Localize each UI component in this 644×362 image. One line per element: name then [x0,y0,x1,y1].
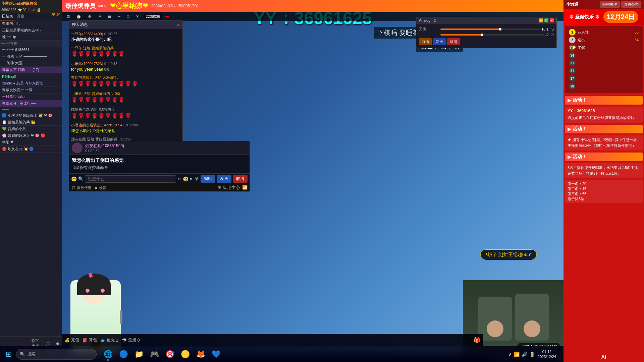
windows-logo-icon: ⊞ [6,350,12,359]
ctrl-menu[interactable]: ☰ [106,14,113,19]
sub-panel-search-icon[interactable]: 🔍 [78,176,84,181]
ctrl-home[interactable]: 🏠 [74,14,83,19]
prize-item-3: 第三名：66 [568,191,640,196]
ai-label: Ai [601,355,606,361]
list-item-highlighted[interactable]: 弹幕发言 好听……(17) [0,67,62,73]
sub-panel-toolbar: 🎵 播放伴奏 ⏺ 录音 ⊞ 应用中心 📶 [69,184,250,191]
ctrl-close[interactable]: ✕ [134,14,141,19]
sub-send-btn[interactable]: 发送 [217,175,231,183]
chat-close-btn[interactable]: × [177,22,180,27]
sub-panel-username: 烛灰在此(108751599) [85,143,124,149]
sys-tray-icons: ∧ 📶 🔊 🔋 [508,352,535,357]
taskbar-app8[interactable]: 💙 [209,347,223,362]
game-btn-3[interactable]: 取消 [447,38,460,45]
leaderboard: 1 花束堆 63 2 送出 34 了解 了解 34 3 [566,27,641,92]
charge-btn[interactable]: 💰 充值 [65,337,79,343]
taskbar-app6[interactable]: 🟡 [178,347,193,362]
tab-active[interactable]: 开启 [15,13,26,20]
bag-btn[interactable]: 🎒 背包 [83,337,97,343]
taskbar-search[interactable]: 🔍 搜索 [16,349,97,360]
sub-cancel-btn[interactable]: 取消 [233,175,248,183]
banner-prefix: 最佳饲养员 [65,2,96,10]
leaderboard-item-7: 37 [569,75,639,82]
sidebar-squad3[interactable]: 💚 曹姐的小兵 [0,126,62,132]
sub-edit-btn[interactable]: 编辑 [201,175,215,183]
list-item[interactable]: 一只羊♡ tulip [0,94,62,100]
show-desktop-btn[interactable] [559,348,561,360]
activity-notif-text: 请提前麦后在拥有粉丝牌直播间排放奖励。 [568,115,640,121]
rank-31-badge: 31 [569,60,576,66]
ctrl-maximize[interactable]: □ [125,14,131,19]
taskbar-edge-icon[interactable]: 🌐 [101,347,115,362]
battery-icon[interactable]: 🔋 [529,352,535,357]
main-container: 小琳达Linda的麻将馆 36961625 ⭐ 20 ♡ ⇗ 🔒 已结束 开启 … [0,0,644,362]
start-button[interactable]: ⊞ [3,348,15,360]
game-label: 刀魔: [419,26,439,32]
ctrl-settings[interactable]: ⚙ [86,14,93,19]
lock-icon: 🔒 [37,8,41,12]
list-item[interactable]: 一 游戏 大区 ───────── [0,53,62,60]
taskbar-app5[interactable]: 🎯 [162,347,177,362]
sub-emoji2-icon[interactable]: 😃▼ [183,176,193,182]
webcam-person-1 [478,297,512,341]
prize-item-1: 第一名：20 [568,181,640,186]
list-item[interactable]: 一 闲聊 大区 ───────── [0,60,62,67]
hunger-banner[interactable]: ε饿了么搜"王纪超666" [480,249,537,260]
sub-toolbar-right: ⊞ 应用中心 📶 [218,185,248,191]
sidebar-squad6[interactable]: 🔴 烛灰在此 💥 🔵 [0,146,62,153]
game-slider-2[interactable] [440,34,544,36]
ctrl-share[interactable]: ↗ [96,14,103,19]
game-btn-2[interactable]: 发送 [433,38,446,45]
live-btn[interactable]: 直播公告 [621,1,641,8]
chat-msg-gift3: 小琳达 送给 曹姐最脸的兵 0票 🌹🌹🌹🌹🌹🌹🌹🌹 [71,91,180,104]
sub-record-icon[interactable]: ⏺ 录音 [94,185,106,190]
ctrl-live-badge[interactable] [165,16,169,17]
sub-grid-icon[interactable]: ⊞ 应用中心 [218,185,240,191]
heart-icon: ♡ [28,8,31,12]
list-item[interactable]: ─── [0,107,62,112]
sub-return-icon[interactable]: ↩ [177,176,181,182]
sidebar-squad4[interactable]: 🌸 曹姐的超级兵 ❤ 🎯 🔴 [0,132,62,139]
network-icon[interactable]: 📶 [514,352,520,357]
list-item[interactable]: xande ● 总是 有好东西吃 [0,80,62,87]
sidebar-squad1[interactable]: 🟦 小琳达的超级战士 👑 ❤ 🎯 [0,112,62,119]
list-item[interactable]: 王招宝是手哈的怎么样~ [0,27,62,34]
ctrl-fullscreen[interactable]: ⊡ [65,14,72,19]
sub-signal-icon[interactable]: 📶 [242,185,248,191]
slider-fill-2 [440,34,482,36]
taskbar-app7[interactable]: 🦊 [193,347,208,362]
list-item[interactable]: 弹幕发没说一 一缘 [0,87,62,94]
list-item[interactable]: 一 豆子 6188651 [0,47,62,53]
rank-1-badge: 1 [569,29,576,36]
sidebar-squad5[interactable]: 朝闹 ❤ [0,139,62,146]
sub-panel-input[interactable] [85,175,176,183]
tab-ended[interactable]: 已结束 [0,13,15,20]
gift-icon[interactable]: 🎁 [474,337,480,343]
activity-notif-title: YY：36961625 [568,108,640,114]
minimize-btn[interactable]: ─ [539,18,543,22]
close-btn[interactable]: ✕ [550,18,554,22]
sub-music-icon[interactable]: 🎵 播放伴奏 [71,185,92,190]
activity-section-1: YY：36961625 请提前麦后在拥有粉丝牌直播间排放奖励。 [565,107,643,123]
list-item-bm4[interactable]: 弹幕发 4：不太行──一 [0,100,62,107]
list-item-green[interactable]: K起ling!! [0,73,62,80]
taskbar-app4[interactable]: 🎮 [147,347,162,362]
sidebar-squad2[interactable]: 📋 曹姐最脸的兵 👑 [0,119,62,126]
maximize-btn[interactable]: □ [544,18,548,22]
list-item[interactable]: 唯一tulip [0,34,62,41]
ctrl-minimize[interactable]: ─ [116,14,122,19]
taskbar-file-icon[interactable]: 📁 [131,347,146,362]
game-slider-1[interactable] [440,28,540,30]
sound-icon[interactable]: 🔊 [522,352,527,357]
list-item[interactable]: 曹组的小兵 [0,20,62,27]
chevron-up-icon[interactable]: ∧ [508,352,512,357]
rank-38-badge: 38 [569,83,576,89]
follow-btn[interactable]: 特别关注 [600,1,620,8]
sub-panel-emoji-icon[interactable]: 😊 [71,176,77,182]
chat-text: 小硕的给这个哥们儿吧 [71,37,111,42]
taskbar-clock[interactable]: 01:12 2023/12/24 [538,349,556,359]
sub-mic-icon[interactable]: 🎙 [195,176,199,182]
game-btn-1[interactable]: 白描 [419,38,432,45]
room-info[interactable]: 小琳达Linda的麻将馆 [0,0,62,7]
taskbar-chrome-icon[interactable]: 🔵 [116,347,131,362]
